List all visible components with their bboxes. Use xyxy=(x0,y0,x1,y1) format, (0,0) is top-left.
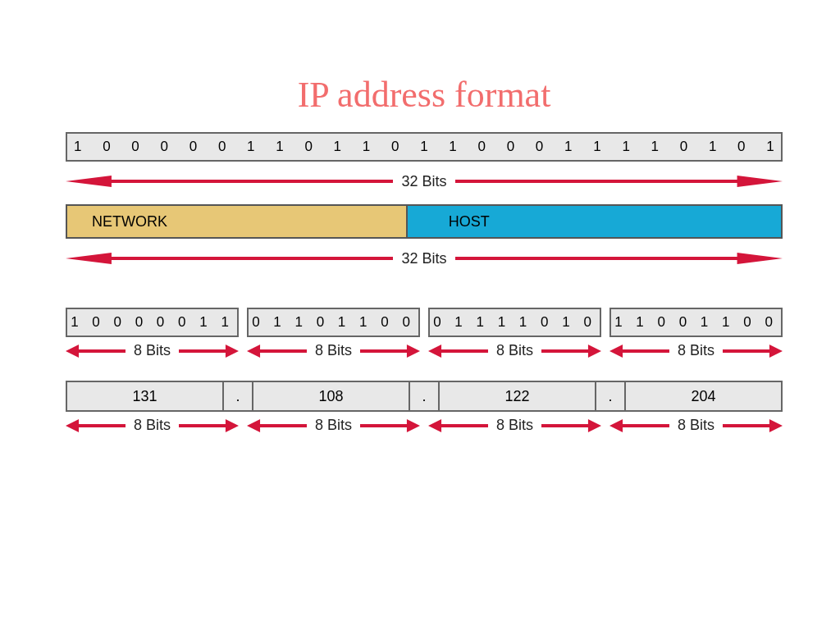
svg-marker-0 xyxy=(66,176,393,187)
octet-bin: 0 1 1 0 1 1 0 0 xyxy=(247,308,420,337)
dot-separator: . xyxy=(409,382,440,410)
bits-label: 32 Bits xyxy=(393,250,454,267)
bits-label: 32 Bits xyxy=(393,173,454,190)
svg-marker-13 xyxy=(179,419,239,432)
diagram-container: IP address format 1 0 0 0 0 0 1 1 0 1 1 … xyxy=(0,0,840,434)
svg-marker-5 xyxy=(179,345,239,358)
svg-marker-7 xyxy=(360,345,420,358)
page-title: IP address format xyxy=(66,74,783,116)
decimal-ip-row: 131 . 108 . 122 . 204 xyxy=(66,381,783,412)
bits-arrow-32-b: 32 Bits xyxy=(66,244,783,273)
dot-separator: . xyxy=(223,382,253,410)
svg-marker-18 xyxy=(609,419,669,432)
bits8-arrow-row-a: 8 Bits 8 Bits 8 Bits 8 Bits xyxy=(66,342,783,359)
svg-marker-2 xyxy=(66,253,393,264)
binary-octets-row: 1 0 0 0 0 0 1 1 0 1 1 0 1 1 0 0 0 1 1 1 … xyxy=(66,308,783,337)
bits-label: 8 Bits xyxy=(669,342,723,359)
svg-marker-11 xyxy=(723,345,783,358)
bits-label: 8 Bits xyxy=(126,417,179,434)
octet-bin: 0 1 1 1 1 0 1 0 xyxy=(428,308,601,337)
svg-marker-19 xyxy=(723,419,783,432)
bits-label: 8 Bits xyxy=(488,342,541,359)
octet-bin: 1 1 0 0 1 1 0 0 xyxy=(609,308,783,337)
host-segment: HOST xyxy=(408,206,781,237)
svg-marker-12 xyxy=(66,419,126,432)
svg-marker-8 xyxy=(428,345,488,358)
network-host-bar: NETWORK HOST xyxy=(66,204,783,239)
svg-marker-15 xyxy=(360,419,420,432)
bits8-arrow-row-b: 8 Bits 8 Bits 8 Bits 8 Bits xyxy=(66,417,783,434)
bits-label: 8 Bits xyxy=(669,417,723,434)
decimal-octet: 204 xyxy=(626,382,781,410)
svg-marker-14 xyxy=(247,419,307,432)
decimal-octet: 108 xyxy=(253,382,409,410)
network-segment: NETWORK xyxy=(67,206,408,237)
binary-bits-row: 1 0 0 0 0 0 1 1 0 1 1 0 1 1 0 0 0 1 1 1 … xyxy=(66,132,783,162)
svg-marker-6 xyxy=(247,345,307,358)
svg-marker-3 xyxy=(455,253,783,264)
decimal-octet: 131 xyxy=(67,382,223,410)
svg-marker-16 xyxy=(428,419,488,432)
bits-label: 8 Bits xyxy=(126,342,179,359)
svg-marker-10 xyxy=(609,345,669,358)
bits-label: 8 Bits xyxy=(307,342,360,359)
svg-marker-9 xyxy=(541,345,601,358)
octet-bin: 1 0 0 0 0 0 1 1 xyxy=(66,308,239,337)
dot-separator: . xyxy=(596,382,626,410)
bits-label: 8 Bits xyxy=(488,417,541,434)
svg-marker-17 xyxy=(541,419,601,432)
decimal-octet: 122 xyxy=(440,382,596,410)
svg-marker-4 xyxy=(66,345,126,358)
bits-arrow-32-a: 32 Bits xyxy=(66,167,783,196)
svg-marker-1 xyxy=(455,176,783,187)
bits-label: 8 Bits xyxy=(307,417,360,434)
